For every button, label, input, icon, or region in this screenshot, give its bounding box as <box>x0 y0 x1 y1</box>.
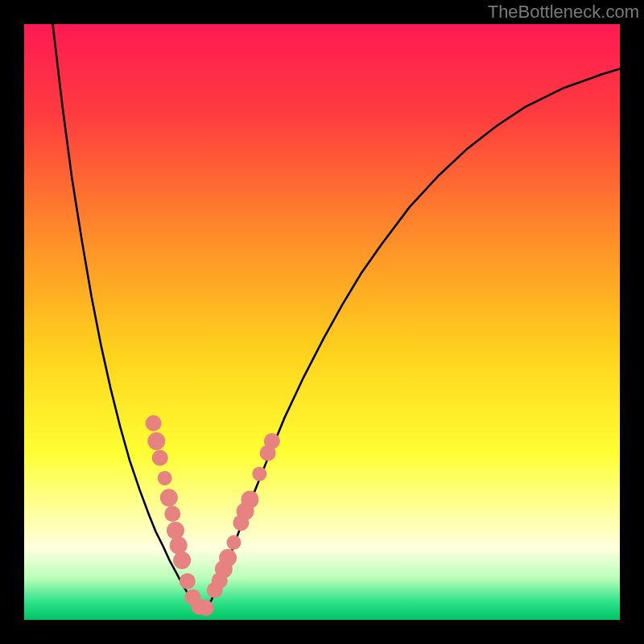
data-marker <box>198 600 214 616</box>
gradient-background <box>24 24 620 620</box>
data-marker <box>146 415 162 431</box>
data-marker <box>226 535 241 550</box>
plot-area <box>24 24 620 620</box>
chart-svg <box>24 24 620 620</box>
data-marker <box>180 573 196 589</box>
data-marker <box>219 549 237 567</box>
chart-frame: TheBottleneck.com <box>0 0 644 644</box>
watermark-text: TheBottleneck.com <box>488 2 639 23</box>
data-marker <box>160 489 178 506</box>
data-marker <box>241 491 258 509</box>
data-marker <box>170 537 188 555</box>
data-marker <box>167 522 184 539</box>
data-marker <box>152 450 168 466</box>
data-marker <box>158 471 172 485</box>
data-marker <box>264 433 280 449</box>
data-marker <box>164 506 180 522</box>
data-marker <box>252 467 266 481</box>
data-marker <box>147 432 165 450</box>
data-marker <box>173 551 191 569</box>
